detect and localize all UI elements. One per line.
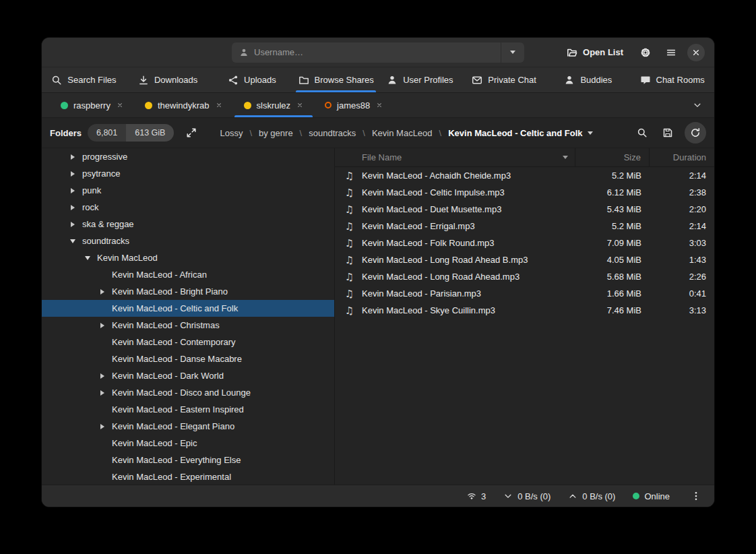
user-tab[interactable]: slskrulez <box>233 93 315 117</box>
tree-item[interactable]: Kevin MacLeod - Contemporary <box>42 334 334 350</box>
main-tab[interactable]: Private Chat <box>462 67 546 92</box>
chevron-down-icon <box>588 131 593 135</box>
expander-icon[interactable] <box>67 205 78 210</box>
main-tab[interactable]: Chat Rooms <box>630 67 714 92</box>
tree-item-label: Kevin MacLeod - Experimental <box>112 472 231 482</box>
tab-close-button[interactable] <box>216 102 222 109</box>
expand-all-button[interactable] <box>183 124 200 142</box>
file-row[interactable]: ♫ Kevin MacLeod - Achaidh Cheide.mp3 5.2… <box>335 167 714 184</box>
expander-icon[interactable] <box>97 424 108 429</box>
tab-close-button[interactable] <box>117 102 123 109</box>
file-row[interactable]: ♫ Kevin MacLeod - Long Road Ahead.mp3 5.… <box>335 268 714 285</box>
column-header-size[interactable]: Size <box>575 148 650 166</box>
expander-icon[interactable] <box>67 239 78 243</box>
file-row[interactable]: ♫ Kevin MacLeod - Long Road Ahead B.mp3 … <box>335 251 714 268</box>
open-list-button[interactable]: Open List <box>561 43 629 62</box>
expander-icon[interactable] <box>97 373 108 379</box>
download-rate-indicator[interactable]: 0 B/s (0) <box>503 491 550 501</box>
breadcrumb-item[interactable]: soundtracks <box>309 128 356 138</box>
tree-item[interactable]: Kevin MacLeod - Eastern Inspired <box>42 401 334 418</box>
file-duration: 2:38 <box>650 187 714 197</box>
tree-item[interactable]: Kevin MacLeod - Elegant Piano <box>42 418 334 435</box>
tree-item[interactable]: Kevin MacLeod - Danse Macabre <box>42 350 334 367</box>
main-tab[interactable]: Uploads <box>210 67 294 92</box>
user-tab[interactable]: thewindykrab <box>134 93 233 117</box>
save-list-button[interactable] <box>659 124 676 142</box>
column-header-file-name[interactable]: File Name <box>335 148 575 166</box>
file-row[interactable]: ♫ Kevin MacLeod - Duet Musette.mp3 5.43 … <box>335 201 714 218</box>
tree-item[interactable]: progressive <box>42 148 334 165</box>
tree-item[interactable]: Kevin MacLeod - Christmas <box>42 317 334 334</box>
close-icon <box>296 102 303 109</box>
main-tab[interactable]: Buddies <box>546 67 631 92</box>
column-header-duration[interactable]: Duration <box>650 148 714 166</box>
breadcrumb-item[interactable]: Lossy <box>220 128 243 138</box>
expander-icon[interactable] <box>67 188 78 193</box>
tree-item[interactable]: Kevin MacLeod - Bright Piano <box>42 283 334 300</box>
tree-item[interactable]: Kevin MacLeod - African <box>42 266 334 283</box>
upload-rate-indicator[interactable]: 0 B/s (0) <box>568 491 615 501</box>
tab-overflow-button[interactable] <box>689 96 706 114</box>
user-tab[interactable]: james88 <box>314 93 393 117</box>
username-combo[interactable]: Username… <box>232 42 524 63</box>
file-pane: File Name Size Duration ♫ Kevin MacLeod … <box>335 148 714 485</box>
main-tab[interactable]: Downloads <box>126 67 210 92</box>
tree-item[interactable]: psytrance <box>42 165 334 182</box>
online-status[interactable]: Online <box>633 491 670 501</box>
username-dropdown-button[interactable] <box>501 42 524 63</box>
tree-item-label: Kevin MacLeod - Disco and Lounge <box>112 388 251 398</box>
connections-indicator[interactable]: 3 <box>467 491 486 501</box>
file-row[interactable]: ♫ Kevin MacLeod - Folk Round.mp3 7.09 Mi… <box>335 235 714 251</box>
tree-item-label: Kevin MacLeod <box>97 253 158 263</box>
kebab-menu-icon <box>691 491 701 501</box>
tree-item[interactable]: ska & reggae <box>42 216 334 233</box>
user-tab-label: james88 <box>337 100 370 111</box>
download-rate: 0 B/s (0) <box>517 491 550 501</box>
file-row[interactable]: ♫ Kevin MacLeod - Errigal.mp3 5.2 MiB 2:… <box>335 218 714 235</box>
tab-close-button[interactable] <box>376 102 383 109</box>
tree-item[interactable]: Kevin MacLeod - Everything Else <box>42 452 334 468</box>
tree-item[interactable]: Kevin MacLeod - Epic <box>42 435 334 452</box>
breadcrumb-separator: \ <box>249 128 252 138</box>
expander-icon[interactable] <box>67 222 78 227</box>
user-tab[interactable]: raspberry <box>50 93 134 117</box>
music-note-icon: ♫ <box>344 220 355 233</box>
tree-item[interactable]: Kevin MacLeod <box>42 249 334 266</box>
breadcrumb-separator: \ <box>439 128 442 138</box>
search-files-button[interactable] <box>633 124 651 142</box>
file-row[interactable]: ♫ Kevin MacLeod - Skye Cuillin.mp3 7.46 … <box>335 302 714 319</box>
menu-button[interactable] <box>662 43 681 62</box>
expander-icon[interactable] <box>97 289 108 295</box>
breadcrumb-item[interactable]: by genre <box>259 128 293 138</box>
tab-icon <box>138 75 149 86</box>
expander-icon[interactable] <box>67 171 78 177</box>
username-input[interactable]: Username… <box>232 47 501 57</box>
file-size: 5.43 MiB <box>575 204 650 214</box>
tree-item-label: punk <box>82 185 101 195</box>
expander-icon[interactable] <box>82 256 93 260</box>
main-tab[interactable]: User Profiles <box>378 67 462 92</box>
main-tab[interactable]: Browse Shares <box>294 67 378 92</box>
folder-open-icon <box>567 47 577 58</box>
main-tab[interactable]: Search Files <box>42 67 126 92</box>
tree-item[interactable]: punk <box>42 182 334 199</box>
breadcrumb-item[interactable]: Kevin MacLeod <box>372 128 433 138</box>
expander-icon[interactable] <box>97 323 108 328</box>
tree-item[interactable]: Kevin MacLeod - Experimental <box>42 468 334 485</box>
tree-item[interactable]: Kevin MacLeod - Disco and Lounge <box>42 384 334 401</box>
breadcrumb-current[interactable]: Kevin MacLeod - Celtic and Folk <box>448 128 592 138</box>
file-row[interactable]: ♫ Kevin MacLeod - Celtic Impulse.mp3 6.1… <box>335 184 714 201</box>
status-bar: 3 0 B/s (0) 0 B/s (0) Online <box>42 485 714 507</box>
tree-item[interactable]: Kevin MacLeod - Dark World <box>42 367 334 384</box>
preferences-button[interactable] <box>636 43 655 62</box>
refresh-button[interactable] <box>685 122 706 144</box>
tree-item[interactable]: Kevin MacLeod - Celtic and Folk <box>42 300 334 317</box>
expander-icon[interactable] <box>67 154 78 160</box>
tab-close-button[interactable] <box>296 102 303 109</box>
tree-item[interactable]: soundtracks <box>42 233 334 249</box>
tree-item[interactable]: rock <box>42 199 334 216</box>
window-close-button[interactable] <box>687 44 705 61</box>
expander-icon[interactable] <box>97 390 108 396</box>
statusbar-menu-button[interactable] <box>687 487 705 505</box>
file-row[interactable]: ♫ Kevin MacLeod - Parisian.mp3 1.66 MiB … <box>335 285 714 302</box>
